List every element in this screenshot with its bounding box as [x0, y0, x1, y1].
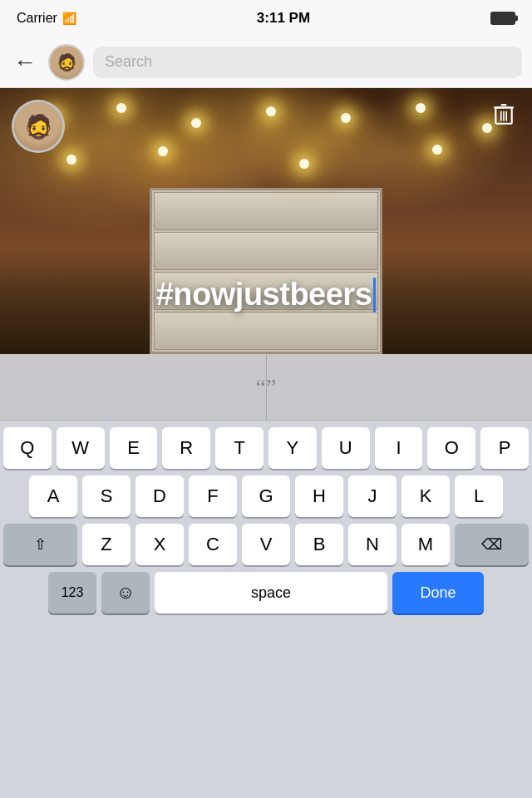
key-r[interactable]: R	[162, 427, 210, 469]
trash-button[interactable]	[489, 100, 519, 130]
key-a[interactable]: A	[29, 475, 77, 517]
quote-area: “”	[0, 354, 532, 421]
light	[116, 103, 126, 113]
key-t[interactable]: T	[215, 427, 264, 469]
key-i[interactable]: I	[375, 427, 423, 469]
key-l[interactable]: L	[455, 475, 503, 517]
nav-bar: ← 🧔 Search	[0, 37, 532, 88]
divider	[266, 354, 267, 420]
carrier-text: Carrier	[17, 11, 57, 26]
key-g[interactable]: G	[242, 475, 290, 517]
back-button[interactable]: ←	[10, 47, 40, 77]
key-p[interactable]: P	[480, 427, 529, 469]
status-time: 3:11 PM	[257, 10, 310, 27]
key-q[interactable]: Q	[3, 427, 52, 469]
wifi-icon: 📶	[62, 12, 76, 25]
key-w[interactable]: W	[57, 427, 105, 469]
light	[341, 113, 351, 123]
key-o[interactable]: O	[427, 427, 475, 469]
key-y[interactable]: Y	[268, 427, 317, 469]
backspace-key[interactable]: ⌫	[455, 524, 529, 565]
numbers-key[interactable]: 123	[48, 572, 96, 613]
keyboard-row-1: Q W E R T Y U I O P	[3, 427, 529, 469]
light	[191, 118, 201, 128]
light	[66, 155, 76, 165]
keyboard-bottom-row: 123 ☺ space Done	[3, 572, 529, 613]
light	[266, 106, 276, 116]
status-bar: Carrier 📶 3:11 PM	[0, 0, 532, 37]
garage-door	[150, 188, 382, 354]
key-s[interactable]: S	[82, 475, 131, 517]
key-z[interactable]: Z	[82, 524, 131, 565]
text-cursor	[373, 278, 376, 313]
key-c[interactable]: C	[189, 524, 237, 565]
space-key[interactable]: space	[155, 572, 387, 613]
search-bar[interactable]: Search	[93, 47, 522, 78]
trash-icon	[493, 103, 515, 126]
light	[158, 146, 168, 156]
key-n[interactable]: N	[348, 524, 397, 565]
keyboard: Q W E R T Y U I O P A S D F G H J K L ⇧ …	[0, 421, 532, 617]
key-f[interactable]: F	[189, 475, 237, 517]
user-avatar-face: 🧔	[14, 102, 62, 150]
key-m[interactable]: M	[401, 524, 450, 565]
emoji-key[interactable]: ☺	[101, 572, 150, 613]
key-e[interactable]: E	[110, 427, 158, 469]
garage-panel	[154, 192, 378, 230]
photo-area: 🧔 #nowjustbeers	[0, 88, 532, 354]
keyboard-row-2: A S D F G H J K L	[3, 475, 529, 517]
key-h[interactable]: H	[295, 475, 343, 517]
light	[416, 103, 426, 113]
nav-avatar: 🧔	[48, 44, 85, 81]
key-j[interactable]: J	[348, 475, 397, 517]
shift-key[interactable]: ⇧	[3, 524, 77, 565]
caption-text-overlay[interactable]: #nowjustbeers	[0, 277, 532, 313]
back-arrow-icon: ←	[13, 49, 37, 76]
key-v[interactable]: V	[242, 524, 290, 565]
search-placeholder: Search	[105, 53, 152, 71]
key-d[interactable]: D	[135, 475, 184, 517]
caption-text: #nowjustbeers	[156, 277, 372, 313]
keyboard-row-3: ⇧ Z X C V B N M ⌫	[3, 524, 529, 565]
garage-panels	[152, 190, 380, 352]
garage-panel	[154, 312, 378, 350]
garage-panel	[154, 232, 378, 270]
key-u[interactable]: U	[322, 427, 370, 469]
done-key[interactable]: Done	[392, 572, 484, 613]
avatar-image: 🧔	[50, 46, 83, 79]
key-b[interactable]: B	[295, 524, 343, 565]
key-x[interactable]: X	[135, 524, 184, 565]
user-avatar-overlay: 🧔	[12, 100, 65, 153]
key-k[interactable]: K	[401, 475, 450, 517]
carrier-label: Carrier 📶	[17, 11, 76, 26]
light	[432, 145, 442, 155]
battery-icon	[490, 12, 515, 25]
light	[299, 159, 309, 169]
